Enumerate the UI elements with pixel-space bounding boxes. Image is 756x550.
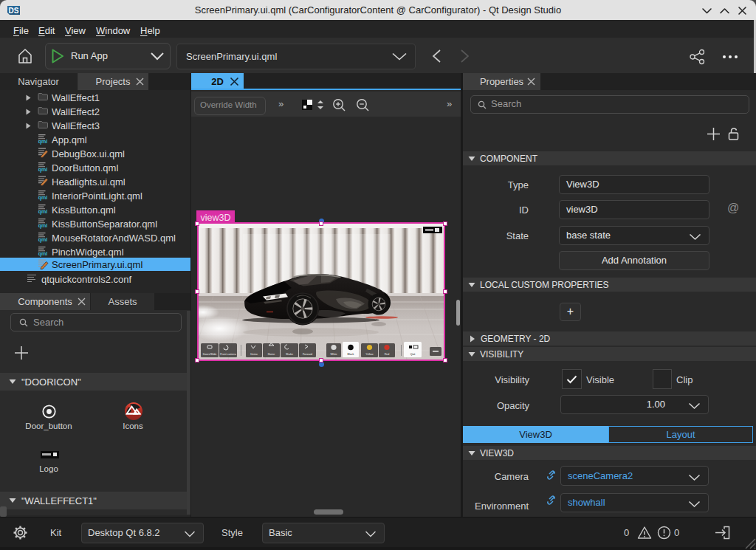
svg-text:Shake: Shake [286,353,293,356]
svg-text:DS: DS [9,7,19,15]
svg-text:Red: Red [385,353,390,356]
svg-text:Yellow: Yellow [365,353,374,356]
svg-text:Demo: Demo [250,353,258,356]
svg-text:White: White [330,353,337,356]
svg-text:Quit: Quit [410,353,416,356]
svg-text:Doors/Slide: Doors/Slide [203,353,217,356]
svg-text:Home: Home [268,353,275,356]
svg-text:Black: Black [348,353,354,356]
svg-text:Front camera: Front camera [220,353,236,356]
svg-text:Forward: Forward [303,353,312,356]
